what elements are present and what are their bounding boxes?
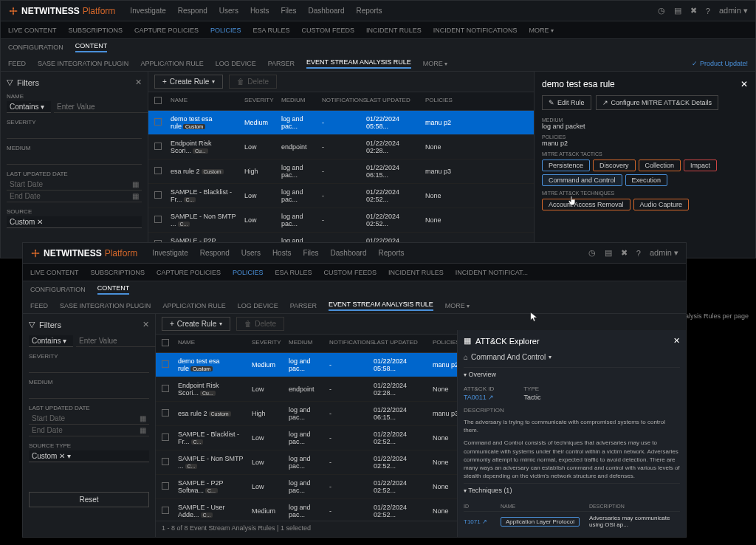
source-select[interactable]: Custom ✕ xyxy=(7,216,142,228)
table-row[interactable]: esa rule 2Custom High log and pac... - 0… xyxy=(148,160,534,184)
nav-files[interactable]: Files xyxy=(303,249,318,257)
overview-section[interactable]: ▾ Overview xyxy=(464,367,680,381)
product-update-link[interactable]: ✓ Product Update! xyxy=(692,60,748,67)
create-rule-button[interactable]: + Create Rule ▾ xyxy=(154,75,223,89)
row-checkbox[interactable] xyxy=(162,409,169,417)
tag-execution[interactable]: Execution xyxy=(625,174,668,186)
select-all-checkbox[interactable] xyxy=(162,339,169,346)
config-mitre-button[interactable]: ↗ Configure MITRE ATT&CK Details xyxy=(596,95,718,110)
nav-investigate[interactable]: Investigate xyxy=(130,7,165,15)
tag-audio-capture[interactable]: Audio Capture xyxy=(633,199,690,210)
fn-more[interactable]: MORE ▾ xyxy=(445,302,470,309)
nav-reports[interactable]: Reports xyxy=(357,7,382,15)
attckid-link[interactable]: TA0011 ↗ xyxy=(464,394,494,401)
name-operator-select[interactable]: Contains ▾ xyxy=(7,101,51,113)
fn-logdev[interactable]: LOG DEVICE xyxy=(238,302,278,309)
enddate-input[interactable]: End Date▦ xyxy=(29,425,149,436)
sn-esa[interactable]: ESA RULES xyxy=(253,27,290,34)
sn-capture[interactable]: CAPTURE POLICIES xyxy=(157,269,221,276)
tag-persistence[interactable]: Persistence xyxy=(542,160,590,171)
row-checkbox[interactable] xyxy=(162,385,169,392)
technique-name-tag[interactable]: Application Layer Protocol xyxy=(501,517,580,527)
tag-collection[interactable]: Collection xyxy=(639,160,681,171)
startdate-input[interactable]: Start Date▦ xyxy=(29,413,149,425)
nav-dashboard[interactable]: Dashboard xyxy=(331,249,367,257)
startdate-input[interactable]: Start Date▦ xyxy=(7,179,142,191)
fn-parser[interactable]: PARSER xyxy=(290,302,317,309)
fn-esarule[interactable]: EVENT STREAM ANALYSIS RULE xyxy=(306,58,411,69)
explorer-breadcrumb[interactable]: ⌂ Command And Control ▾ xyxy=(464,350,680,364)
help-icon[interactable]: ? xyxy=(706,7,710,16)
row-checkbox[interactable] xyxy=(154,118,162,126)
sn-subs[interactable]: SUBSCRIPTIONS xyxy=(69,27,123,34)
settings-icon[interactable]: ✖ xyxy=(621,248,628,258)
sn-incrules[interactable]: INCIDENT RULES xyxy=(388,269,444,276)
clock-icon[interactable]: ◷ xyxy=(588,248,596,258)
name-input[interactable] xyxy=(54,101,154,113)
sn-feeds[interactable]: CUSTOM FEEDS xyxy=(302,27,354,34)
create-rule-button[interactable]: + Create Rule ▾ xyxy=(162,317,230,331)
table-row[interactable]: SAMPLE - Non SMTP ...C... Low log and pa… xyxy=(148,208,534,233)
medium-select[interactable] xyxy=(7,153,142,165)
sn-esa[interactable]: ESA RULES xyxy=(275,269,312,276)
th-severity[interactable]: SEVERITY xyxy=(241,95,278,107)
row-checkbox[interactable] xyxy=(162,507,169,514)
sn-incnotif[interactable]: INCIDENT NOTIFICAT... xyxy=(456,269,528,276)
settings-icon[interactable]: ✖ xyxy=(690,6,697,16)
user-menu[interactable]: admin ▾ xyxy=(719,6,748,16)
nav-users[interactable]: Users xyxy=(241,249,261,257)
jobs-icon[interactable]: ▤ xyxy=(674,6,681,16)
clock-icon[interactable]: ◷ xyxy=(658,6,665,16)
tn-config[interactable]: CONFIGURATION xyxy=(8,44,63,51)
th-notifications[interactable]: NOTIFICATIONS xyxy=(326,337,371,349)
row-checkbox[interactable] xyxy=(154,143,162,150)
severity-select[interactable] xyxy=(29,361,149,373)
technique-id-link[interactable]: T1071 ↗ xyxy=(464,518,501,525)
tn-config[interactable]: CONFIGURATION xyxy=(30,286,86,293)
nav-hosts[interactable]: Hosts xyxy=(250,7,269,15)
tn-content[interactable]: CONTENT xyxy=(97,284,130,295)
medium-select[interactable] xyxy=(29,387,149,399)
th-policies[interactable]: POLICIES xyxy=(422,95,463,107)
nav-respond[interactable]: Respond xyxy=(200,249,230,257)
nav-investigate[interactable]: Investigate xyxy=(152,249,188,257)
tag-discovery[interactable]: Discovery xyxy=(593,160,636,171)
select-all-checkbox[interactable] xyxy=(154,97,162,104)
row-checkbox[interactable] xyxy=(154,216,162,223)
th-name[interactable]: NAME xyxy=(168,95,241,107)
severity-select[interactable] xyxy=(7,127,142,139)
edit-rule-button[interactable]: ✎ Edit Rule xyxy=(542,95,591,110)
row-checkbox[interactable] xyxy=(162,458,169,465)
table-row[interactable]: SAMPLE - Blacklist - Fr...C... Low log a… xyxy=(148,184,534,208)
tag-impact[interactable]: Impact xyxy=(684,160,717,171)
sn-capture[interactable]: CAPTURE POLICIES xyxy=(134,27,199,34)
jobs-icon[interactable]: ▤ xyxy=(605,248,612,258)
tag-command-control[interactable]: Command and Control xyxy=(542,174,622,186)
tag-account-access-removal[interactable]: Account Access Removal xyxy=(542,199,630,210)
nav-dashboard[interactable]: Dashboard xyxy=(309,7,345,15)
th-lastupdated[interactable]: LAST UPDATED xyxy=(371,337,430,349)
delete-button[interactable]: 🗑 Delete xyxy=(236,317,284,331)
fn-esarule[interactable]: EVENT STREAM ANALYSIS RULE xyxy=(329,301,433,311)
sourcetype-select[interactable]: Custom ✕ ▾ xyxy=(29,450,149,462)
th-notifications[interactable]: NOTIFICATIONS xyxy=(319,95,363,107)
fn-sase[interactable]: SASE INTEGRATION PLUGIN xyxy=(60,302,151,309)
fn-apprule[interactable]: APPLICATION RULE xyxy=(162,302,225,309)
technique-row[interactable]: T1071 ↗ Application Layer Protocol Adver… xyxy=(464,512,680,531)
detail-close[interactable]: ✕ xyxy=(740,79,748,89)
sn-incnotif[interactable]: INCIDENT NOTIFICATIONS xyxy=(433,27,518,34)
row-checkbox[interactable] xyxy=(154,167,162,174)
th-name[interactable]: NAME xyxy=(175,337,249,349)
sn-live[interactable]: LIVE CONTENT xyxy=(8,27,57,34)
filters-close[interactable]: ✕ xyxy=(135,78,142,87)
sn-policies[interactable]: POLICIES xyxy=(210,27,241,34)
row-checkbox[interactable] xyxy=(162,433,169,441)
filters-close[interactable]: ✕ xyxy=(142,320,149,329)
tn-content[interactable]: CONTENT xyxy=(75,42,108,52)
nav-respond[interactable]: Respond xyxy=(178,7,207,15)
nav-reports[interactable]: Reports xyxy=(379,249,405,257)
sn-more[interactable]: MORE ▾ xyxy=(529,27,554,34)
nav-hosts[interactable]: Hosts xyxy=(272,249,292,257)
explorer-close[interactable]: ✕ xyxy=(673,336,680,346)
help-icon[interactable]: ? xyxy=(636,249,641,258)
